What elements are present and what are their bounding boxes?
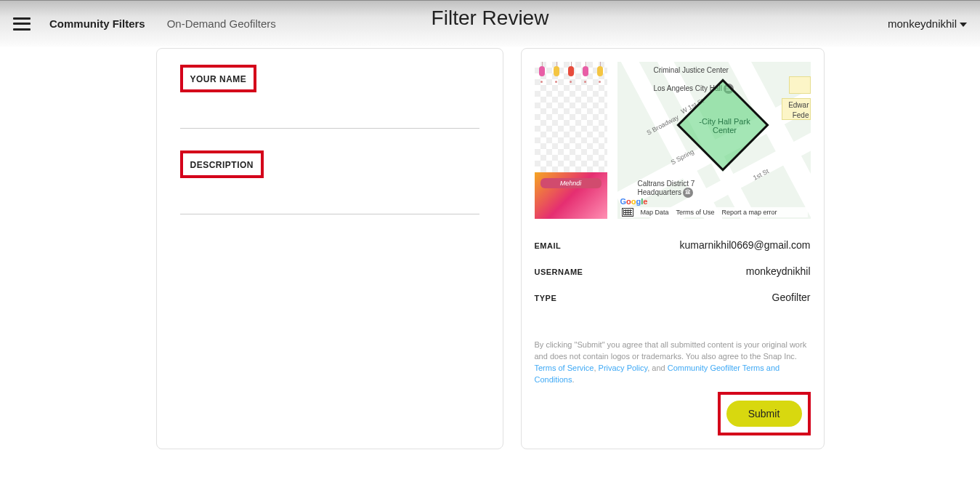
highlight-submit: Submit <box>718 392 811 435</box>
email-value: kumarnikhil0669@gmail.com <box>680 239 811 251</box>
highlight-your-name: YOUR NAME <box>180 65 257 92</box>
info-row-username: USERNAME monkeydnikhil <box>535 258 811 284</box>
user-name: monkeydnikhil <box>888 17 957 30</box>
form-card: YOUR NAME DESCRIPTION <box>156 48 503 449</box>
username-value: monkeydnikhil <box>746 265 811 277</box>
geofence-label: -City Hall Park Center <box>689 117 761 134</box>
highlight-description: DESCRIPTION <box>180 150 264 178</box>
menu-icon[interactable] <box>13 17 31 31</box>
keyboard-icon[interactable] <box>622 208 633 217</box>
review-card: Mehndi S Broadway S Spring W 1st St 1st … <box>521 48 825 449</box>
description-input[interactable] <box>180 194 479 214</box>
map-poi-edward: Edwar <box>788 101 809 109</box>
map-footer: Map Data Terms of Use Report a map error <box>620 207 808 217</box>
your-name-label: YOUR NAME <box>190 74 247 84</box>
type-value: Geofilter <box>772 292 811 303</box>
page-title: Filter Review <box>432 7 549 30</box>
info-row-email: EMAIL kumarnikhil0669@gmail.com <box>535 232 811 258</box>
filter-preview: Mehndi <box>535 62 607 219</box>
info-row-type: TYPE Geofilter <box>535 284 811 310</box>
content: YOUR NAME DESCRIPTION <box>0 47 980 449</box>
type-label: TYPE <box>535 294 557 302</box>
privacy-policy-link[interactable]: Privacy Policy <box>599 363 648 372</box>
landmark-icon: 🏛 <box>683 188 693 198</box>
nav-community-filters[interactable]: Community Filters <box>49 17 145 30</box>
submit-button[interactable]: Submit <box>726 401 802 427</box>
map-data-link[interactable]: Map Data <box>641 209 669 216</box>
info-section: EMAIL kumarnikhil0669@gmail.com USERNAME… <box>535 232 811 310</box>
map-poi-feder: Fede <box>793 111 809 119</box>
map-poi-criminal-justice: Criminal Justice Center <box>654 66 729 74</box>
filter-preview-label: Mehndi <box>535 180 607 187</box>
user-menu[interactable]: monkeydnikhil <box>888 17 967 30</box>
preview-row: Mehndi S Broadway S Spring W 1st St 1st … <box>535 62 811 219</box>
email-label: EMAIL <box>535 241 562 250</box>
description-label: DESCRIPTION <box>190 160 254 170</box>
your-name-input[interactable] <box>180 108 479 129</box>
map-report-link[interactable]: Report a map error <box>722 209 777 216</box>
map-preview[interactable]: S Broadway S Spring W 1st St 1st St Crim… <box>617 62 811 219</box>
map-terms-link[interactable]: Terms of Use <box>676 209 715 216</box>
map-poi-caltrans: Caltrans District 7 Headquarters🏛 <box>638 180 718 198</box>
username-label: USERNAME <box>535 268 583 276</box>
chevron-down-icon <box>960 23 967 27</box>
legal-text: By clicking "Submit" you agree that all … <box>535 340 811 386</box>
terms-of-service-link[interactable]: Terms of Service <box>535 363 594 372</box>
nav-ondemand-geofilters[interactable]: On-Demand Geofilters <box>167 17 276 30</box>
google-logo: Google <box>620 197 648 206</box>
top-bar: Community Filters On-Demand Geofilters F… <box>0 0 980 47</box>
